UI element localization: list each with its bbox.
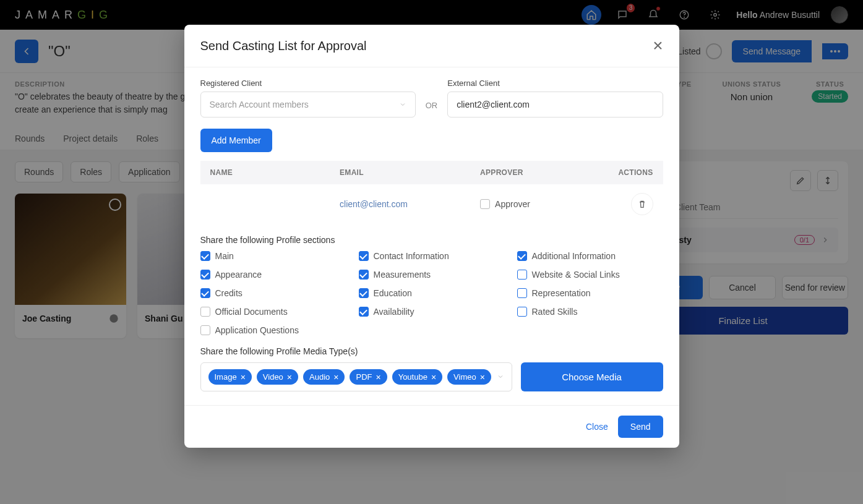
col-actions: ACTIONS	[588, 168, 653, 177]
remove-tag-icon[interactable]: ×	[287, 373, 292, 382]
section-checkbox[interactable]: Representation	[517, 288, 663, 298]
media-tag[interactable]: Image×	[208, 369, 252, 385]
section-checkbox[interactable]: Official Documents	[200, 307, 346, 317]
media-tag[interactable]: Vimeo×	[447, 369, 491, 385]
sections-grid: MainContact InformationAdditional Inform…	[200, 251, 663, 335]
media-tag[interactable]: Youtube×	[392, 369, 442, 385]
external-client-label: External Client	[447, 79, 663, 88]
section-checkbox[interactable]: Availability	[359, 307, 505, 317]
send-casting-list-modal: Send Casting List for Approval × Registe…	[184, 25, 679, 448]
modal-send-button[interactable]: Send	[618, 416, 663, 438]
external-client-input[interactable]	[447, 92, 663, 117]
remove-tag-icon[interactable]: ×	[376, 373, 380, 382]
media-tag[interactable]: PDF×	[350, 369, 387, 385]
remove-tag-icon[interactable]: ×	[241, 373, 246, 382]
remove-tag-icon[interactable]: ×	[431, 373, 436, 382]
col-name: NAME	[210, 168, 340, 177]
choose-media-button[interactable]: Choose Media	[521, 362, 663, 391]
media-tags-select[interactable]: Image×Video×Audio×PDF×Youtube×Vimeo×	[200, 362, 512, 391]
registered-placeholder: Search Account members	[210, 100, 309, 109]
section-checkbox[interactable]: Main	[200, 251, 346, 261]
table-row: client@client.com Approver	[200, 184, 663, 224]
chevron-down-icon	[497, 373, 504, 380]
chevron-down-icon	[399, 101, 406, 108]
media-tag[interactable]: Audio×	[303, 369, 345, 385]
col-email: EMAIL	[340, 168, 480, 177]
section-checkbox[interactable]: Credits	[200, 288, 346, 298]
section-checkbox[interactable]: Education	[359, 288, 505, 298]
modal-close-button[interactable]: Close	[586, 422, 608, 432]
or-label: OR	[426, 101, 438, 117]
delete-row-button[interactable]	[631, 193, 653, 215]
remove-tag-icon[interactable]: ×	[333, 373, 338, 382]
media-tag[interactable]: Video×	[257, 369, 298, 385]
registered-client-select[interactable]: Search Account members	[200, 92, 416, 117]
section-checkbox[interactable]: Contact Information	[359, 251, 505, 261]
section-checkbox[interactable]: Measurements	[359, 270, 505, 280]
section-checkbox[interactable]: Appearance	[200, 270, 346, 280]
registered-client-label: Registered Client	[200, 79, 416, 88]
modal-title: Send Casting List for Approval	[200, 39, 367, 53]
share-media-label: Share the following Profile Media Type(s…	[200, 346, 663, 356]
add-member-button[interactable]: Add Member	[200, 129, 272, 152]
section-checkbox[interactable]: Application Questions	[200, 325, 346, 335]
modal-overlay: Send Casting List for Approval × Registe…	[0, 0, 863, 504]
row-email: client@client.com	[340, 199, 480, 209]
section-checkbox[interactable]: Website & Social Links	[517, 270, 663, 280]
col-approver: APPROVER	[480, 168, 588, 177]
section-checkbox[interactable]: Rated Skills	[517, 307, 663, 317]
remove-tag-icon[interactable]: ×	[480, 373, 485, 382]
approver-checkbox[interactable]: Approver	[480, 199, 588, 209]
close-icon[interactable]: ×	[653, 37, 663, 54]
section-checkbox[interactable]: Additional Information	[517, 251, 663, 261]
share-sections-label: Share the following Profile sections	[200, 235, 663, 245]
members-table: NAME EMAIL APPROVER ACTIONS client@clien…	[200, 161, 663, 224]
